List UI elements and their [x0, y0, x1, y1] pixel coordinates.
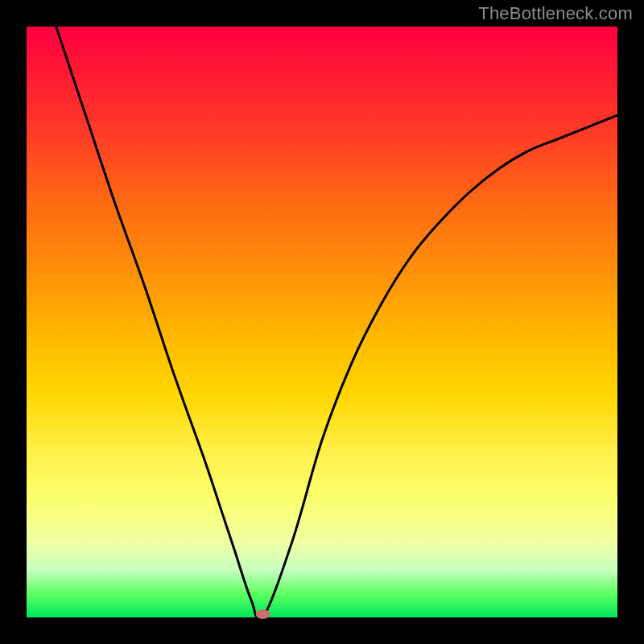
plot-area: [27, 27, 617, 617]
chart-frame: TheBottleneck.com: [0, 0, 644, 644]
minimum-marker: [256, 609, 270, 619]
curve-layer: [27, 27, 617, 617]
bottleneck-curve: [56, 27, 617, 621]
watermark-text: TheBottleneck.com: [478, 3, 633, 24]
